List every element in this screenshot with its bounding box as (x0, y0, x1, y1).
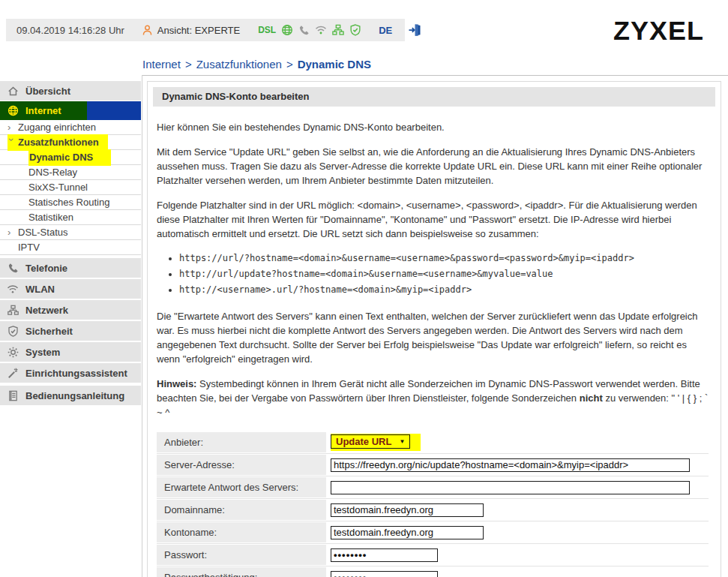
sidebar-item-label: Internet (25, 105, 61, 116)
network-status-icon (331, 23, 345, 37)
zyxel-logo: ZYXEL (613, 16, 704, 46)
sidebar-item-netzwerk[interactable]: Netzwerk (0, 300, 141, 320)
logout-button[interactable] (407, 23, 422, 38)
page-body: Hier können Sie ein bestehendes Dynamic … (148, 107, 721, 577)
status-icons: DSL (258, 23, 362, 37)
field-label: Kontoname: (157, 522, 326, 542)
example-url: http://url/update?hostname=<domain>&user… (179, 267, 709, 281)
passwortbestaetigung-input[interactable] (331, 571, 438, 577)
sidebar-sections: Telefonie WLAN Netzwerk (0, 258, 141, 405)
breadcrumb-separator: > (286, 58, 293, 71)
field-label: Anbieter: (157, 432, 326, 452)
home-icon (6, 84, 19, 98)
anbieter-select[interactable]: Update URL ▼ (331, 434, 410, 449)
passwort-input[interactable] (331, 548, 438, 562)
shield-icon (6, 324, 19, 338)
kontoname-input[interactable] (331, 526, 484, 539)
field-label: Passwort: (157, 545, 326, 565)
sidebar: Übersicht Internet › Zugang einrichten ›… (0, 81, 141, 407)
page-title: Dynamic DNS-Konto bearbeiten (153, 87, 715, 107)
domainname-input[interactable] (331, 503, 484, 517)
sidebar-item-wlan[interactable]: WLAN (0, 279, 141, 299)
content-panel: Dynamic DNS-Konto bearbeiten Hier können… (147, 81, 721, 577)
sidebar-item-internet-active[interactable]: Internet (0, 101, 141, 120)
wand-icon (6, 366, 19, 380)
field-label: Domainname: (157, 500, 326, 520)
datetime-text: 09.04.2019 14:16:28 Uhr (16, 25, 124, 36)
sidebar-item-statistiken[interactable]: Statistiken (0, 210, 141, 225)
form-row-passwortbestaetigung: Passwortbestätigung: (157, 566, 709, 577)
sidebar-item-dsl-status[interactable]: › DSL-Status (0, 225, 141, 240)
sidebar-item-sicherheit[interactable]: Sicherheit (0, 321, 141, 341)
phone-status-icon (298, 24, 310, 37)
sidebar-item-label: DSL-Status (18, 225, 67, 239)
highlight-marker: Dynamic DNS (28, 149, 111, 166)
sidebar-item-telefonie[interactable]: Telefonie (0, 258, 141, 278)
sidebar-item-label: IPTV (18, 240, 40, 254)
note-paragraph: Hinweis: Systembedingt können in Ihrem G… (157, 377, 709, 419)
form-row-anbieter: Anbieter: Update URL ▼ (157, 431, 709, 454)
view-mode-label: Ansicht: EXPERTE (157, 25, 240, 36)
placeholder-paragraph: Folgende Platzhalter sind in der URL mög… (157, 198, 709, 241)
intro-paragraph: Hier können Sie ein bestehendes Dynamic … (157, 120, 709, 134)
gear-icon (6, 345, 19, 359)
sidebar-item-label: DNS-Relay (28, 165, 77, 179)
sidebar-item-iptv[interactable]: IPTV (0, 240, 141, 255)
form-row-erwartete-antwort: Erwartete Antwort des Servers: (157, 476, 709, 499)
sidebar-item-dns-relay[interactable]: DNS-Relay (0, 165, 141, 180)
breadcrumb-internet[interactable]: Internet (142, 58, 181, 71)
sidebar-item-label: Zusatzfunktionen (18, 135, 99, 149)
sidebar-item-label: Einrichtungsassistent (25, 368, 127, 379)
view-mode-control[interactable]: Ansicht: EXPERTE (141, 24, 240, 37)
highlight-marker: › Zusatzfunktionen (7, 134, 108, 151)
sidebar-item-label: Statistiken (28, 210, 73, 224)
service-paragraph: Mit dem Service "Update URL" geben Sie s… (157, 145, 709, 188)
sidebar-item-label: Dynamic DNS (29, 150, 93, 164)
chevron-right-icon: › (7, 120, 18, 134)
field-label: Server-Adresse: (157, 455, 326, 475)
sidebar-item-zusatzfunktionen[interactable]: › Zusatzfunktionen (0, 135, 141, 150)
sidebar-item-label: Statisches Routing (28, 195, 109, 209)
sidebar-item-label: System (25, 347, 60, 358)
user-icon (141, 24, 154, 37)
sidebar-item-system[interactable]: System (0, 342, 141, 362)
sidebar-divider (142, 75, 142, 577)
dropdown-arrow-icon: ▼ (399, 434, 405, 449)
sidebar-item-label: Netzwerk (25, 305, 68, 316)
dsl-status-label: DSL (258, 25, 276, 35)
example-url: https://url/?hostname=<domain>&username=… (179, 251, 709, 266)
breadcrumb-separator: > (185, 58, 192, 71)
response-paragraph: Die "Erwartete Antwort des Servers" kann… (157, 309, 709, 366)
breadcrumb: Internet>Zusatzfunktionen>Dynamic DNS (142, 58, 371, 71)
sidebar-item-einrichtungsassistent[interactable]: Einrichtungsassistent (0, 363, 141, 383)
chevron-right-icon: › (7, 225, 18, 239)
internet-highlight: Internet (0, 101, 87, 120)
manual-icon (6, 389, 19, 402)
sidebar-item-dynamic-dns[interactable]: Dynamic DNS (0, 150, 141, 165)
chevron-down-icon: › (4, 138, 19, 146)
wifi-status-icon (314, 23, 328, 37)
sidebar-item-bedienungsanleitung[interactable]: Bedienungsanleitung (0, 386, 141, 405)
sidebar-item-zugang-einrichten[interactable]: › Zugang einrichten (0, 120, 141, 135)
shield-status-icon (349, 23, 362, 37)
globe-icon (280, 23, 294, 37)
highlight-marker: Update URL ▼ (331, 434, 421, 451)
sidebar-item-uebersicht[interactable]: Übersicht (0, 81, 141, 101)
field-label: Passwortbestätigung: (157, 567, 326, 577)
server-adresse-input[interactable] (331, 458, 690, 472)
sidebar-item-statisches-routing[interactable]: Statisches Routing (0, 195, 141, 210)
erwartete-antwort-input[interactable] (331, 481, 690, 494)
language-switch[interactable]: DE (379, 25, 392, 36)
note-label: Hinweis: (157, 378, 196, 389)
form-row-passwort: Passwort: (157, 544, 709, 566)
header-divider (142, 75, 728, 76)
sidebar-item-sixxs-tunnel[interactable]: SixXS-Tunnel (0, 180, 141, 195)
breadcrumb-current: Dynamic DNS (298, 58, 371, 71)
sidebar-item-label: Zugang einrichten (18, 120, 96, 134)
sidebar-item-label: Bedienungsanleitung (25, 390, 124, 401)
sidebar-item-label: SixXS-Tunnel (28, 180, 88, 194)
example-url: http://<username>.url/?hostname=<domain>… (179, 283, 709, 297)
breadcrumb-zusatzfunktionen[interactable]: Zusatzfunktionen (196, 58, 282, 71)
form-row-kontoname: Kontoname: (157, 521, 709, 544)
sidebar-item-label: WLAN (25, 284, 55, 295)
